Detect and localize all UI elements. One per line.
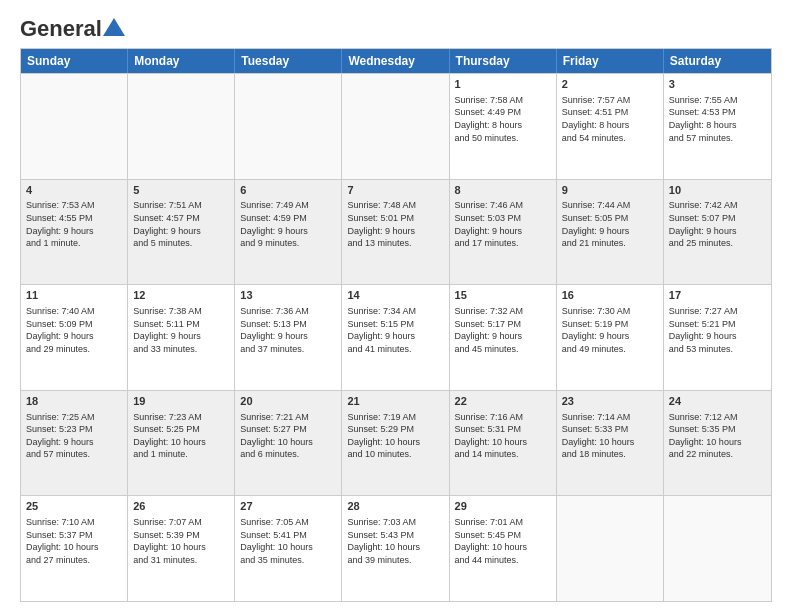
day-info: Sunrise: 7:05 AM Sunset: 5:41 PM Dayligh… bbox=[240, 516, 336, 566]
calendar-row-0: 1Sunrise: 7:58 AM Sunset: 4:49 PM Daylig… bbox=[21, 73, 771, 179]
day-number: 4 bbox=[26, 183, 122, 198]
day-info: Sunrise: 7:16 AM Sunset: 5:31 PM Dayligh… bbox=[455, 411, 551, 461]
weekday-header-friday: Friday bbox=[557, 49, 664, 73]
day-number: 23 bbox=[562, 394, 658, 409]
weekday-header-monday: Monday bbox=[128, 49, 235, 73]
day-info: Sunrise: 7:32 AM Sunset: 5:17 PM Dayligh… bbox=[455, 305, 551, 355]
day-number: 25 bbox=[26, 499, 122, 514]
day-number: 7 bbox=[347, 183, 443, 198]
day-number: 2 bbox=[562, 77, 658, 92]
calendar-row-4: 25Sunrise: 7:10 AM Sunset: 5:37 PM Dayli… bbox=[21, 495, 771, 601]
day-info: Sunrise: 7:40 AM Sunset: 5:09 PM Dayligh… bbox=[26, 305, 122, 355]
day-number: 21 bbox=[347, 394, 443, 409]
day-number: 24 bbox=[669, 394, 766, 409]
calendar-cell: 11Sunrise: 7:40 AM Sunset: 5:09 PM Dayli… bbox=[21, 285, 128, 390]
day-info: Sunrise: 7:14 AM Sunset: 5:33 PM Dayligh… bbox=[562, 411, 658, 461]
calendar: SundayMondayTuesdayWednesdayThursdayFrid… bbox=[20, 48, 772, 602]
calendar-header-row: SundayMondayTuesdayWednesdayThursdayFrid… bbox=[21, 49, 771, 73]
calendar-cell: 24Sunrise: 7:12 AM Sunset: 5:35 PM Dayli… bbox=[664, 391, 771, 496]
day-info: Sunrise: 7:03 AM Sunset: 5:43 PM Dayligh… bbox=[347, 516, 443, 566]
day-number: 3 bbox=[669, 77, 766, 92]
day-info: Sunrise: 7:27 AM Sunset: 5:21 PM Dayligh… bbox=[669, 305, 766, 355]
weekday-header-sunday: Sunday bbox=[21, 49, 128, 73]
calendar-cell bbox=[128, 74, 235, 179]
day-info: Sunrise: 7:57 AM Sunset: 4:51 PM Dayligh… bbox=[562, 94, 658, 144]
day-number: 5 bbox=[133, 183, 229, 198]
day-info: Sunrise: 7:38 AM Sunset: 5:11 PM Dayligh… bbox=[133, 305, 229, 355]
calendar-cell: 6Sunrise: 7:49 AM Sunset: 4:59 PM Daylig… bbox=[235, 180, 342, 285]
calendar-cell bbox=[342, 74, 449, 179]
day-number: 12 bbox=[133, 288, 229, 303]
calendar-cell: 14Sunrise: 7:34 AM Sunset: 5:15 PM Dayli… bbox=[342, 285, 449, 390]
calendar-cell: 1Sunrise: 7:58 AM Sunset: 4:49 PM Daylig… bbox=[450, 74, 557, 179]
day-info: Sunrise: 7:46 AM Sunset: 5:03 PM Dayligh… bbox=[455, 199, 551, 249]
calendar-cell: 25Sunrise: 7:10 AM Sunset: 5:37 PM Dayli… bbox=[21, 496, 128, 601]
calendar-cell: 9Sunrise: 7:44 AM Sunset: 5:05 PM Daylig… bbox=[557, 180, 664, 285]
calendar-cell: 5Sunrise: 7:51 AM Sunset: 4:57 PM Daylig… bbox=[128, 180, 235, 285]
calendar-row-1: 4Sunrise: 7:53 AM Sunset: 4:55 PM Daylig… bbox=[21, 179, 771, 285]
day-info: Sunrise: 7:30 AM Sunset: 5:19 PM Dayligh… bbox=[562, 305, 658, 355]
day-info: Sunrise: 7:12 AM Sunset: 5:35 PM Dayligh… bbox=[669, 411, 766, 461]
day-number: 22 bbox=[455, 394, 551, 409]
day-info: Sunrise: 7:01 AM Sunset: 5:45 PM Dayligh… bbox=[455, 516, 551, 566]
calendar-cell: 2Sunrise: 7:57 AM Sunset: 4:51 PM Daylig… bbox=[557, 74, 664, 179]
calendar-cell: 4Sunrise: 7:53 AM Sunset: 4:55 PM Daylig… bbox=[21, 180, 128, 285]
calendar-cell bbox=[235, 74, 342, 179]
day-info: Sunrise: 7:51 AM Sunset: 4:57 PM Dayligh… bbox=[133, 199, 229, 249]
calendar-page: General SundayMondayTuesdayWednesdayThur… bbox=[0, 0, 792, 612]
calendar-cell: 22Sunrise: 7:16 AM Sunset: 5:31 PM Dayli… bbox=[450, 391, 557, 496]
day-info: Sunrise: 7:19 AM Sunset: 5:29 PM Dayligh… bbox=[347, 411, 443, 461]
weekday-header-wednesday: Wednesday bbox=[342, 49, 449, 73]
logo-text-general: General bbox=[20, 16, 102, 42]
calendar-cell: 8Sunrise: 7:46 AM Sunset: 5:03 PM Daylig… bbox=[450, 180, 557, 285]
day-number: 14 bbox=[347, 288, 443, 303]
day-info: Sunrise: 7:58 AM Sunset: 4:49 PM Dayligh… bbox=[455, 94, 551, 144]
weekday-header-thursday: Thursday bbox=[450, 49, 557, 73]
calendar-cell bbox=[557, 496, 664, 601]
day-number: 9 bbox=[562, 183, 658, 198]
calendar-cell: 15Sunrise: 7:32 AM Sunset: 5:17 PM Dayli… bbox=[450, 285, 557, 390]
calendar-cell: 3Sunrise: 7:55 AM Sunset: 4:53 PM Daylig… bbox=[664, 74, 771, 179]
day-number: 17 bbox=[669, 288, 766, 303]
calendar-cell: 28Sunrise: 7:03 AM Sunset: 5:43 PM Dayli… bbox=[342, 496, 449, 601]
calendar-cell: 17Sunrise: 7:27 AM Sunset: 5:21 PM Dayli… bbox=[664, 285, 771, 390]
logo: General bbox=[20, 16, 125, 38]
day-info: Sunrise: 7:21 AM Sunset: 5:27 PM Dayligh… bbox=[240, 411, 336, 461]
calendar-cell bbox=[664, 496, 771, 601]
weekday-header-tuesday: Tuesday bbox=[235, 49, 342, 73]
calendar-body: 1Sunrise: 7:58 AM Sunset: 4:49 PM Daylig… bbox=[21, 73, 771, 601]
calendar-cell: 21Sunrise: 7:19 AM Sunset: 5:29 PM Dayli… bbox=[342, 391, 449, 496]
svg-marker-0 bbox=[103, 18, 125, 36]
calendar-cell: 19Sunrise: 7:23 AM Sunset: 5:25 PM Dayli… bbox=[128, 391, 235, 496]
day-number: 27 bbox=[240, 499, 336, 514]
day-info: Sunrise: 7:44 AM Sunset: 5:05 PM Dayligh… bbox=[562, 199, 658, 249]
calendar-cell: 10Sunrise: 7:42 AM Sunset: 5:07 PM Dayli… bbox=[664, 180, 771, 285]
calendar-cell: 12Sunrise: 7:38 AM Sunset: 5:11 PM Dayli… bbox=[128, 285, 235, 390]
calendar-row-3: 18Sunrise: 7:25 AM Sunset: 5:23 PM Dayli… bbox=[21, 390, 771, 496]
day-info: Sunrise: 7:34 AM Sunset: 5:15 PM Dayligh… bbox=[347, 305, 443, 355]
day-info: Sunrise: 7:42 AM Sunset: 5:07 PM Dayligh… bbox=[669, 199, 766, 249]
calendar-cell: 29Sunrise: 7:01 AM Sunset: 5:45 PM Dayli… bbox=[450, 496, 557, 601]
calendar-cell: 23Sunrise: 7:14 AM Sunset: 5:33 PM Dayli… bbox=[557, 391, 664, 496]
day-info: Sunrise: 7:48 AM Sunset: 5:01 PM Dayligh… bbox=[347, 199, 443, 249]
day-number: 11 bbox=[26, 288, 122, 303]
day-info: Sunrise: 7:55 AM Sunset: 4:53 PM Dayligh… bbox=[669, 94, 766, 144]
day-info: Sunrise: 7:49 AM Sunset: 4:59 PM Dayligh… bbox=[240, 199, 336, 249]
calendar-cell: 27Sunrise: 7:05 AM Sunset: 5:41 PM Dayli… bbox=[235, 496, 342, 601]
day-info: Sunrise: 7:53 AM Sunset: 4:55 PM Dayligh… bbox=[26, 199, 122, 249]
day-number: 18 bbox=[26, 394, 122, 409]
weekday-header-saturday: Saturday bbox=[664, 49, 771, 73]
calendar-cell: 7Sunrise: 7:48 AM Sunset: 5:01 PM Daylig… bbox=[342, 180, 449, 285]
day-number: 28 bbox=[347, 499, 443, 514]
day-info: Sunrise: 7:10 AM Sunset: 5:37 PM Dayligh… bbox=[26, 516, 122, 566]
day-info: Sunrise: 7:36 AM Sunset: 5:13 PM Dayligh… bbox=[240, 305, 336, 355]
day-info: Sunrise: 7:23 AM Sunset: 5:25 PM Dayligh… bbox=[133, 411, 229, 461]
day-number: 26 bbox=[133, 499, 229, 514]
day-number: 13 bbox=[240, 288, 336, 303]
logo-icon bbox=[103, 18, 125, 36]
day-info: Sunrise: 7:07 AM Sunset: 5:39 PM Dayligh… bbox=[133, 516, 229, 566]
day-number: 1 bbox=[455, 77, 551, 92]
day-number: 15 bbox=[455, 288, 551, 303]
header: General bbox=[20, 16, 772, 38]
day-info: Sunrise: 7:25 AM Sunset: 5:23 PM Dayligh… bbox=[26, 411, 122, 461]
